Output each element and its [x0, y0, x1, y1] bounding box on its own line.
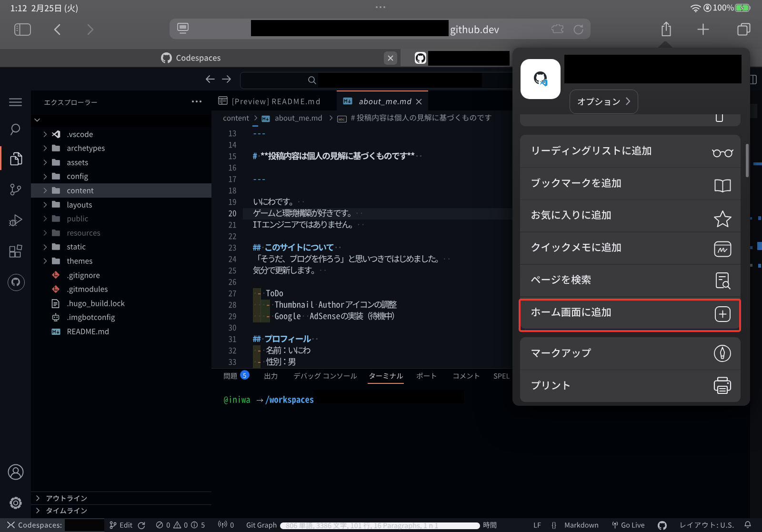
svg-text:abc: abc [339, 117, 345, 121]
